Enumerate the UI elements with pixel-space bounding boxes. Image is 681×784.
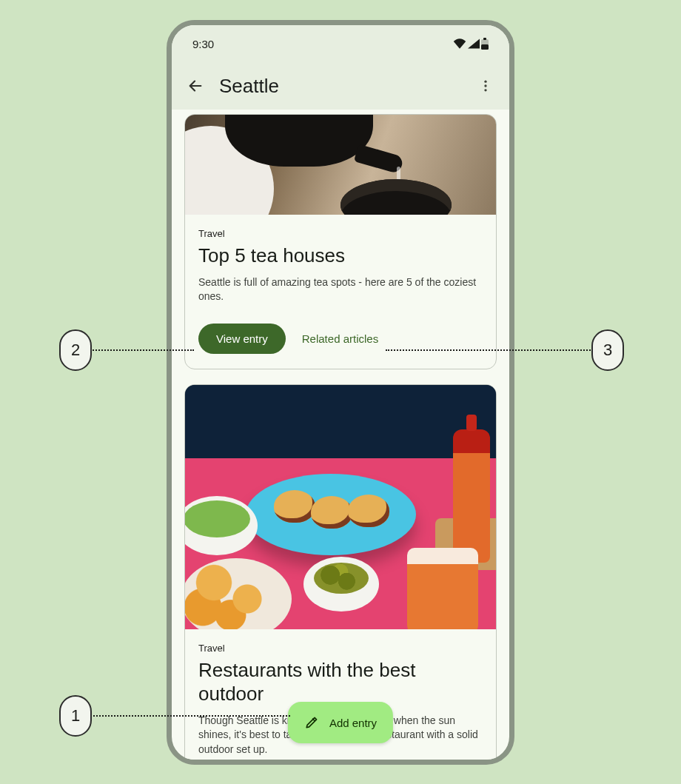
callout-number: 3 [591, 329, 624, 371]
card-overline: Travel [198, 228, 483, 239]
callout-line [90, 349, 194, 351]
callout-1: 1 [59, 695, 290, 737]
status-icons [453, 38, 489, 50]
add-entry-fab[interactable]: Add entry [288, 702, 393, 743]
card-overline: Travel [198, 643, 483, 654]
app-bar: Seattle [172, 62, 509, 110]
card-image [185, 385, 496, 629]
svg-point-5 [484, 89, 486, 91]
callout-3: 3 [386, 329, 624, 371]
page-title: Seattle [219, 75, 462, 98]
card-desc: Seattle is full of amazing tea spots - h… [198, 275, 483, 304]
callout-number: 1 [59, 695, 92, 737]
svg-rect-2 [483, 38, 486, 40]
card-image [185, 115, 496, 215]
related-articles-button[interactable]: Related articles [302, 332, 378, 345]
callout-number: 2 [59, 329, 92, 371]
pencil-icon [304, 715, 319, 730]
more-icon[interactable] [475, 76, 496, 96]
callout-line [386, 349, 593, 351]
signal-icon [468, 38, 480, 49]
content-scroll[interactable]: Travel Top 5 tea houses Seattle is full … [172, 110, 509, 765]
status-time: 9:30 [192, 38, 214, 50]
callout-line [90, 715, 290, 717]
svg-point-4 [484, 84, 486, 87]
svg-rect-1 [481, 44, 489, 50]
battery-icon [481, 38, 489, 50]
callout-2: 2 [59, 329, 194, 371]
card-title: Top 5 tea houses [198, 244, 483, 268]
phone-frame: 9:30 Seattle Travel Top [167, 20, 514, 765]
back-icon[interactable] [185, 76, 206, 96]
wifi-icon [453, 38, 466, 49]
view-entry-button[interactable]: View entry [198, 324, 286, 354]
svg-point-3 [484, 81, 486, 83]
status-bar: 9:30 [172, 25, 509, 62]
fab-label: Add entry [329, 717, 377, 729]
